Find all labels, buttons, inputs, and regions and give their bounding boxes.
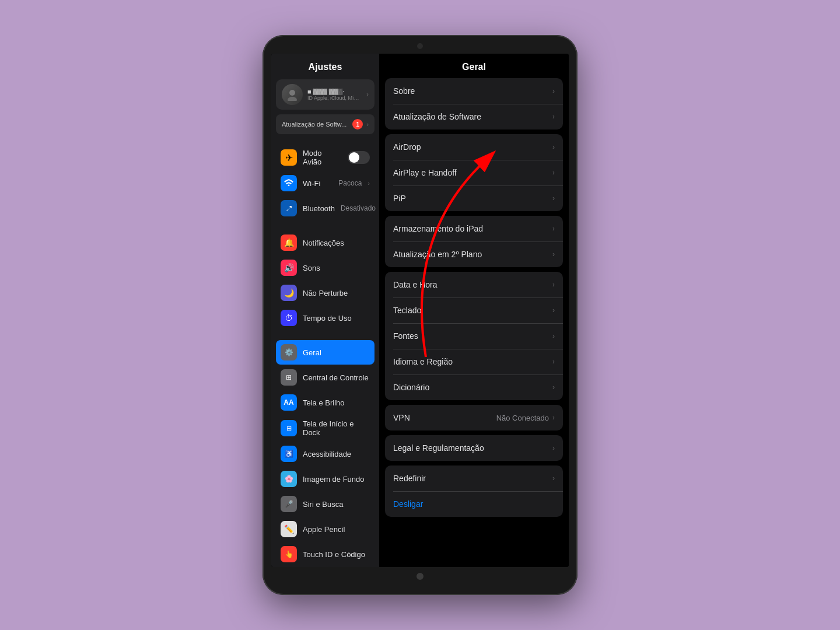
- tempo-de-uso-icon: ⏱: [281, 310, 297, 326]
- sidebar-item-touch-id[interactable]: 👆 Touch ID e Código: [276, 542, 374, 566]
- settings-row-data-hora[interactable]: Data e Hora ›: [385, 272, 563, 298]
- settings-row-armazenamento[interactable]: Armazenamento do iPad ›: [385, 216, 563, 242]
- modo-aviao-label: Modo Avião: [303, 149, 342, 166]
- legal-label: Legal e Regulamentação: [393, 443, 552, 453]
- wifi-icon: [281, 175, 297, 191]
- sidebar-item-tempo-de-uso[interactable]: ⏱ Tempo de Uso: [276, 306, 374, 330]
- sons-label: Sons: [303, 264, 370, 272]
- notificacoes-icon: 🔔: [281, 235, 297, 251]
- software-update-chevron-icon: ›: [366, 121, 369, 128]
- profile-name: ■ ▓▓▓ ▓▓▒·: [307, 88, 362, 95]
- sidebar-item-imagem-fundo[interactable]: 🌸 Imagem de Fundo: [276, 467, 374, 491]
- profile-chevron-icon: ›: [366, 90, 369, 99]
- settings-row-airplay[interactable]: AirPlay e Handoff ›: [385, 160, 563, 186]
- pip-label: PiP: [393, 194, 552, 203]
- sidebar-item-sons[interactable]: 🔊 Sons: [276, 256, 374, 280]
- ipad-screen: Ajustes ■ ▓▓▓ ▓▓▒· ID Apple, iCloud, Míd…: [271, 54, 569, 567]
- acessibilidade-icon: ♿: [281, 446, 297, 462]
- bluetooth-value: Desativado: [341, 204, 376, 212]
- sidebar-item-bluetooth[interactable]: ⭧ Bluetooth Desativado ›: [276, 196, 374, 220]
- settings-group-3: Armazenamento do iPad › Atualização em 2…: [385, 216, 563, 267]
- geral-icon: ⚙️: [281, 344, 297, 360]
- settings-group-2: AirDrop › AirPlay e Handoff › PiP ›: [385, 134, 563, 211]
- settings-row-airdrop[interactable]: AirDrop ›: [385, 134, 563, 160]
- settings-row-teclado[interactable]: Teclado ›: [385, 298, 563, 323]
- sobre-chevron-icon: ›: [552, 87, 555, 95]
- tela-inicio-icon: ⊞: [281, 420, 297, 436]
- settings-row-sobre[interactable]: Sobre ›: [385, 78, 563, 104]
- touch-id-icon: 👆: [281, 546, 297, 562]
- imagem-fundo-label: Imagem de Fundo: [303, 475, 370, 484]
- atualizacao-label: Atualização de Software: [393, 112, 552, 121]
- central-controle-label: Central de Controle: [303, 373, 370, 382]
- tela-inicio-label: Tela de Início e Dock: [303, 419, 370, 437]
- ipad-frame: Ajustes ■ ▓▓▓ ▓▓▒· ID Apple, iCloud, Míd…: [262, 35, 578, 595]
- ipad-camera: [417, 43, 423, 49]
- acessibilidade-label: Acessibilidade: [303, 450, 370, 459]
- apple-pencil-icon: ✏️: [281, 521, 297, 537]
- sidebar: Ajustes ■ ▓▓▓ ▓▓▒· ID Apple, iCloud, Míd…: [271, 54, 379, 567]
- avatar: [282, 84, 303, 105]
- sidebar-item-geral[interactable]: ⚙️ Geral: [276, 340, 374, 365]
- wifi-value: Pacoca: [338, 179, 362, 187]
- desligar-label[interactable]: Desligar: [393, 499, 555, 509]
- settings-row-pip[interactable]: PiP ›: [385, 186, 563, 211]
- tempo-de-uso-label: Tempo de Uso: [303, 314, 370, 323]
- modo-aviao-toggle[interactable]: [348, 151, 370, 164]
- wifi-chevron-icon: ›: [368, 180, 370, 187]
- settings-row-dicionario[interactable]: Dicionário ›: [385, 374, 563, 400]
- settings-row-atualizacao-software[interactable]: Atualização de Software ›: [385, 104, 563, 130]
- fontes-label: Fontes: [393, 331, 552, 341]
- settings-group-1: Sobre › Atualização de Software ›: [385, 78, 563, 130]
- airplay-label: AirPlay e Handoff: [393, 168, 552, 177]
- settings-row-idioma[interactable]: Idioma e Região ›: [385, 349, 563, 374]
- wifi-label: Wi-Fi: [303, 179, 332, 188]
- sidebar-item-nao-perturbe[interactable]: 🌙 Não Perturbe: [276, 281, 374, 305]
- sidebar-title: Ajustes: [271, 54, 379, 77]
- teclado-label: Teclado: [393, 306, 552, 315]
- software-update-bar[interactable]: Atualização de Softw... 1 ›: [276, 114, 374, 134]
- sons-icon: 🔊: [281, 260, 297, 276]
- sidebar-section-connectivity: ✈ Modo Avião Wi-Fi Pacoca › ⭧ Bluetooth …: [271, 144, 379, 222]
- vpn-value: Não Conectado: [496, 414, 549, 422]
- notificacoes-label: Notificações: [303, 239, 370, 247]
- sidebar-item-tela-inicio[interactable]: ⊞ Tela de Início e Dock: [276, 415, 374, 441]
- data-hora-label: Data e Hora: [393, 280, 552, 289]
- pip-chevron-icon: ›: [552, 194, 555, 202]
- settings-row-legal[interactable]: Legal e Regulamentação ›: [385, 435, 563, 461]
- settings-group-5: VPN Não Conectado ›: [385, 405, 563, 430]
- profile-subtitle: ID Apple, iCloud, Mídia e C...: [307, 95, 362, 101]
- bluetooth-icon: ⭧: [281, 200, 297, 216]
- sobre-label: Sobre: [393, 86, 552, 96]
- sidebar-item-modo-aviao[interactable]: ✈ Modo Avião: [276, 145, 374, 170]
- settings-row-desligar[interactable]: Desligar: [385, 491, 563, 517]
- apple-pencil-label: Apple Pencil: [303, 525, 370, 534]
- fontes-chevron-icon: ›: [552, 332, 555, 340]
- sidebar-section-apps: 🔔 Notificações 🔊 Sons 🌙 Não Perturbe ⏱ T…: [271, 229, 379, 332]
- vpn-label: VPN: [393, 413, 496, 422]
- sidebar-item-siri[interactable]: 🎤 Siri e Busca: [276, 492, 374, 516]
- sidebar-item-notificacoes[interactable]: 🔔 Notificações: [276, 230, 374, 255]
- settings-row-atualizacao-plano[interactable]: Atualização em 2º Plano ›: [385, 242, 563, 267]
- sidebar-item-acessibilidade[interactable]: ♿ Acessibilidade: [276, 442, 374, 466]
- sidebar-item-tela-brilho[interactable]: AA Tela e Brilho: [276, 390, 374, 415]
- home-bar[interactable]: [416, 573, 424, 580]
- legal-chevron-icon: ›: [552, 444, 555, 452]
- software-update-badge: 1: [352, 119, 363, 130]
- settings-row-vpn[interactable]: VPN Não Conectado ›: [385, 405, 563, 430]
- sidebar-item-central-controle[interactable]: ⊞ Central de Controle: [276, 365, 374, 390]
- profile-row[interactable]: ■ ▓▓▓ ▓▓▒· ID Apple, iCloud, Mídia e C..…: [276, 79, 374, 110]
- atualizacao-plano-chevron-icon: ›: [552, 250, 555, 258]
- svg-point-0: [289, 90, 295, 96]
- redefinir-label: Redefinir: [393, 474, 552, 483]
- idioma-label: Idioma e Região: [393, 357, 552, 366]
- sidebar-item-apple-pencil[interactable]: ✏️ Apple Pencil: [276, 517, 374, 541]
- settings-row-redefinir[interactable]: Redefinir ›: [385, 466, 563, 491]
- settings-row-fontes[interactable]: Fontes ›: [385, 323, 563, 349]
- siri-icon: 🎤: [281, 496, 297, 512]
- armazenamento-chevron-icon: ›: [552, 225, 555, 233]
- sidebar-item-wi-fi[interactable]: Wi-Fi Pacoca ›: [276, 171, 374, 195]
- bluetooth-label: Bluetooth: [303, 204, 335, 213]
- vpn-chevron-icon: ›: [552, 414, 555, 422]
- airplay-chevron-icon: ›: [552, 169, 555, 177]
